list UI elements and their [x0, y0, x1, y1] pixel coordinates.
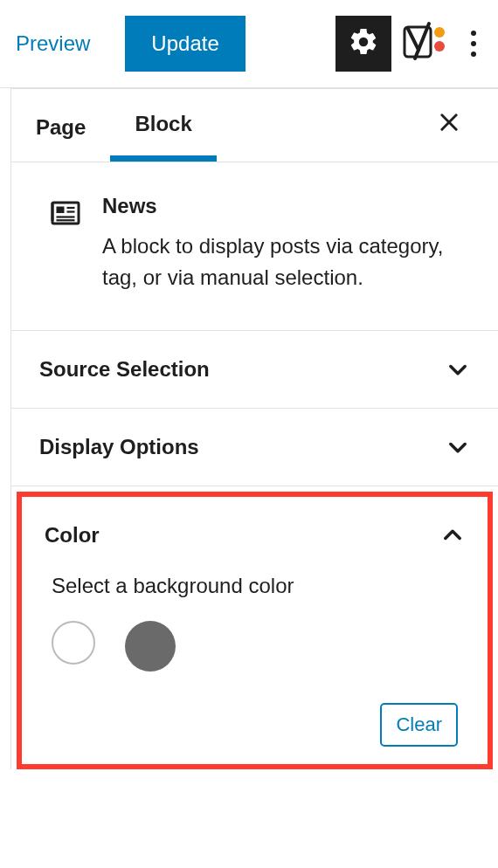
sidebar-tabs: Page Block — [11, 89, 498, 162]
panel-title: Color — [45, 523, 100, 548]
yoast-button[interactable] — [400, 19, 449, 68]
settings-sidebar: Page Block News A block to display posts… — [10, 88, 498, 769]
more-options-button[interactable] — [458, 31, 489, 57]
chevron-down-icon — [446, 357, 470, 382]
color-select-label: Select a background color — [52, 574, 463, 598]
news-block-icon — [50, 197, 81, 232]
block-info-panel: News A block to display posts via catego… — [11, 162, 498, 331]
block-description: A block to display posts via category, t… — [102, 231, 470, 293]
panel-header-display-options[interactable]: Display Options — [11, 409, 498, 486]
close-icon — [437, 109, 461, 141]
clear-color-button[interactable]: Clear — [380, 703, 458, 747]
dots-icon — [471, 31, 476, 36]
tab-page[interactable]: Page — [11, 93, 110, 159]
color-swatches — [52, 621, 463, 672]
yoast-icon — [403, 20, 446, 67]
preview-button[interactable]: Preview — [7, 31, 99, 56]
panel-color: Color Select a background color Clear — [22, 497, 488, 761]
panel-source-selection: Source Selection — [11, 331, 498, 409]
panel-header-source-selection[interactable]: Source Selection — [11, 331, 498, 408]
settings-button[interactable] — [335, 16, 391, 72]
chevron-up-icon — [440, 523, 465, 548]
color-swatch-gray[interactable] — [125, 621, 176, 672]
update-button[interactable]: Update — [125, 16, 245, 72]
panel-title: Source Selection — [39, 357, 210, 382]
color-panel-highlight: Color Select a background color Clear — [17, 492, 493, 769]
color-swatch-white[interactable] — [52, 621, 95, 665]
panel-header-color[interactable]: Color — [22, 497, 488, 565]
svg-point-1 — [434, 27, 445, 38]
svg-rect-5 — [57, 207, 65, 214]
editor-top-bar: Preview Update — [0, 0, 498, 88]
clear-button-row: Clear — [52, 703, 463, 752]
tab-block[interactable]: Block — [110, 89, 216, 162]
block-info-text: News A block to display posts via catego… — [102, 194, 470, 293]
close-sidebar-button[interactable] — [426, 99, 472, 152]
panel-title: Display Options — [39, 435, 199, 459]
gear-icon — [348, 26, 379, 61]
panel-display-options: Display Options — [11, 409, 498, 486]
color-panel-body: Select a background color Clear — [22, 565, 488, 761]
block-title: News — [102, 194, 470, 218]
chevron-down-icon — [446, 435, 470, 459]
svg-point-2 — [434, 41, 445, 52]
